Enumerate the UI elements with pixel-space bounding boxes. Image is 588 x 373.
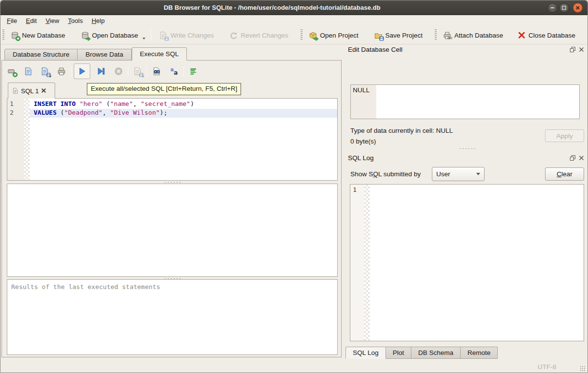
cell-size-label: 0 byte(s) [350, 138, 376, 145]
dock-splitter-handle[interactable] [345, 147, 588, 150]
open-sql-file-icon [24, 67, 33, 76]
write-changes-icon [159, 31, 167, 40]
menu-edit[interactable]: Edit [21, 16, 41, 26]
sql-editor[interactable]: 1INSERT INTO "hero" ("name", "secret_nam… [7, 98, 338, 181]
log-gutter [350, 185, 364, 341]
execute-line-icon [97, 67, 105, 76]
execute-current-line-button[interactable] [94, 64, 108, 78]
dock-float-icon[interactable] [569, 155, 576, 161]
toolbar-drag-handle[interactable] [301, 29, 303, 41]
format-sql-button[interactable] [186, 64, 200, 78]
maximize-button[interactable] [559, 3, 569, 13]
edit-cell-dock-title: Edit Database Cell [348, 46, 403, 53]
print-sql-button[interactable] [55, 64, 68, 78]
svg-text:a: a [174, 69, 178, 76]
close-database-icon [518, 31, 526, 39]
toolbar-separator [183, 66, 184, 77]
dock-close-icon[interactable] [578, 46, 585, 53]
dock-tab-db-schema[interactable]: DB Schema [411, 347, 461, 359]
title-bar[interactable]: DB Browser for SQLite - /home/user/code/… [0, 0, 588, 15]
code-text: VALUES ("Deadpond", "Dive Wilson"); [30, 109, 337, 118]
save-results-button [131, 64, 144, 78]
format-sql-icon [189, 67, 198, 76]
log-filter-select[interactable]: User [432, 167, 485, 181]
print-icon [57, 67, 66, 76]
menu-tools[interactable]: Tools [63, 16, 87, 26]
sql-log-dock-title: SQL Log [348, 154, 374, 162]
menu-view[interactable]: View [41, 16, 63, 26]
resize-grip[interactable] [580, 366, 586, 372]
toolbar-drag-handle[interactable] [2, 29, 4, 41]
tab-database-structure[interactable]: Database Structure [4, 49, 78, 61]
save-sql-file-icon [41, 67, 49, 76]
tab-browse-data[interactable]: Browse Data [78, 49, 131, 61]
window-title: DB Browser for SQLite - /home/user/code/… [0, 0, 544, 15]
new-database-button[interactable]: New Database [6, 28, 70, 42]
menu-file[interactable]: File [2, 16, 21, 26]
write-changes-button: Write Changes [155, 28, 218, 42]
execute-sql-panel: aa SQL 1 1INSERT INTO "hero" ("name", "s… [1, 60, 342, 357]
revert-changes-icon [229, 31, 238, 40]
clear-log-button[interactable]: Clear [545, 167, 584, 181]
save-results-icon [133, 67, 142, 76]
auto-completion-icon: aa [170, 67, 179, 76]
encoding-indicator[interactable]: UTF-8 [538, 363, 556, 371]
sql-toolbar: aa [5, 63, 200, 80]
save-project-button[interactable]: Save Project [370, 28, 427, 42]
line-number: 1 [7, 100, 24, 109]
sql-log-view[interactable]: 1 [350, 184, 584, 341]
attach-database-button[interactable]: Attach Database [439, 28, 507, 42]
dock-close-icon[interactable] [578, 155, 585, 161]
auto-completion-button[interactable]: aa [167, 64, 181, 78]
execute-tooltip: Execute all/selected SQL [Ctrl+Return, F… [87, 83, 241, 95]
sql-editor-tab[interactable]: SQL 1 [8, 83, 55, 99]
toolbar-separator [71, 66, 71, 77]
dock-tab-bar: SQL Log Plot DB Schema Remote [345, 347, 498, 359]
find-replace-icon [152, 67, 161, 76]
dock-float-icon[interactable] [569, 46, 576, 53]
app-window: DB Browser for SQLite - /home/user/code/… [0, 0, 588, 373]
attach-database-icon [443, 31, 451, 40]
code-text: INSERT INTO "hero" ("name", "secret_name… [30, 100, 337, 109]
execute-all-icon [78, 67, 86, 76]
cell-editor[interactable]: NULL [350, 84, 580, 119]
new-sql-tab-button[interactable] [5, 64, 19, 78]
new-database-icon [11, 31, 19, 40]
menu-help[interactable]: Help [87, 16, 109, 26]
dock-tab-plot[interactable]: Plot [386, 347, 411, 359]
dock-tab-sql-log[interactable]: SQL Log [345, 347, 386, 359]
save-sql-dropdown-arrow[interactable] [49, 76, 52, 78]
results-grid[interactable] [7, 184, 338, 277]
open-sql-file-button[interactable] [21, 64, 35, 78]
execute-all-button[interactable] [74, 63, 90, 79]
cell-content: NULL [353, 86, 370, 94]
log-filter-label: Show SQL submitted by [350, 170, 421, 178]
main-tab-bar: Database Structure Browse Data Execute S… [4, 47, 187, 61]
sql-tab-label: SQL 1 [21, 87, 39, 95]
line-number: 2 [7, 109, 24, 118]
sql-document-icon [12, 87, 19, 94]
open-database-icon [81, 31, 89, 40]
results-messages[interactable]: Results of the last executed statements [7, 279, 338, 355]
close-database-button[interactable]: Close Database [513, 28, 580, 42]
toolbar-drag-handle[interactable] [435, 29, 437, 41]
revert-changes-button: Revert Changes [225, 28, 293, 42]
close-tab-icon[interactable] [41, 87, 46, 95]
tab-execute-sql[interactable]: Execute SQL [132, 47, 187, 61]
status-bar: UTF-8 [0, 359, 588, 373]
save-sql-file-button[interactable] [38, 64, 52, 78]
toolbar-separator [151, 29, 151, 41]
fold-margin [24, 109, 30, 118]
code-line[interactable]: 1INSERT INTO "hero" ("name", "secret_nam… [7, 100, 337, 109]
find-replace-button[interactable] [150, 64, 163, 78]
dock-tab-remote[interactable]: Remote [461, 347, 498, 359]
code-line[interactable]: 2VALUES ("Deadpond", "Dive Wilson"); [7, 109, 337, 118]
open-database-button[interactable]: Open Database [77, 28, 143, 42]
minimize-button[interactable] [547, 3, 557, 13]
close-button[interactable] [573, 3, 583, 13]
stop-button [112, 64, 125, 78]
open-database-dropdown-arrow[interactable] [142, 38, 145, 40]
open-project-button[interactable]: Open Project [304, 28, 363, 42]
fold-margin [24, 100, 30, 109]
log-line-number: 1 [353, 186, 357, 193]
